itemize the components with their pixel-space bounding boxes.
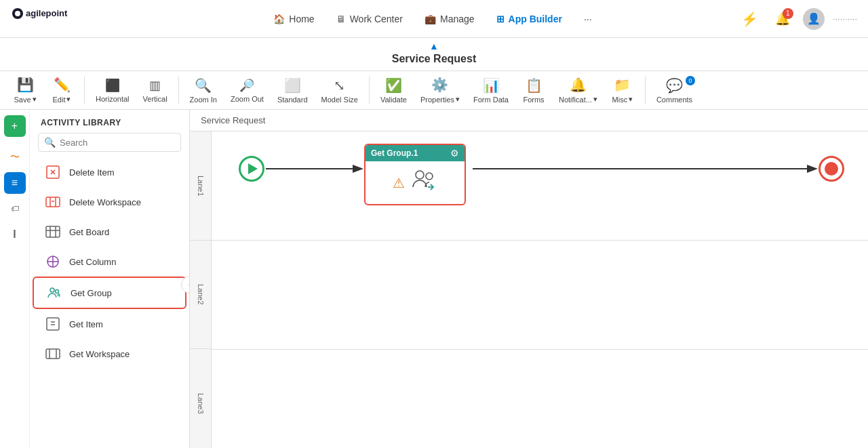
zoom-out-button[interactable]: 🔎 Zoom Out bbox=[225, 75, 269, 106]
avatar[interactable]: 👤 bbox=[803, 8, 825, 30]
svg-point-25 bbox=[416, 171, 424, 179]
vertical-icon: ▥ bbox=[149, 78, 161, 93]
svg-rect-6 bbox=[46, 197, 60, 207]
nav-more[interactable]: ··· bbox=[574, 8, 601, 30]
get-group-node[interactable]: Get Group.1 ⚙ ⚠ bbox=[364, 144, 466, 205]
zoom-in-icon: 🔍 bbox=[195, 77, 212, 94]
top-nav: agilepoint 🏠 Home 🖥 Work Center 💼 Manage… bbox=[0, 0, 868, 38]
lib-item-get-item-label: Get Item bbox=[69, 319, 103, 329]
activity-library-header: ACTIVITY LIBRARY bbox=[30, 110, 189, 133]
delete-workspace-icon bbox=[43, 192, 62, 211]
edit-icon: ✏️ bbox=[54, 77, 71, 93]
svg-text:agilepoint: agilepoint bbox=[26, 8, 68, 18]
edit-button[interactable]: ✏️ Edit ▾ bbox=[45, 74, 79, 106]
lib-item-delete-item[interactable]: Delete Item bbox=[33, 157, 186, 187]
get-column-icon bbox=[43, 252, 62, 271]
get-group-icon bbox=[45, 283, 64, 302]
nav-manage[interactable]: 💼 Manage bbox=[415, 8, 484, 30]
separator-3 bbox=[369, 77, 370, 104]
lane2 bbox=[212, 241, 868, 350]
sidebar-icon-tag[interactable]: 🏷 bbox=[4, 198, 26, 220]
standard-icon: ⬜ bbox=[284, 77, 301, 94]
title-bar: ▲ Service Request bbox=[0, 38, 868, 71]
form-data-icon: 📊 bbox=[483, 77, 500, 94]
horizontal-button[interactable]: ⬛ Horizontal bbox=[90, 75, 135, 106]
notifications-button[interactable]: 🔔 Notificat... ▾ bbox=[553, 74, 603, 106]
properties-icon: ⚙️ bbox=[431, 77, 448, 93]
misc-label: Misc ▾ bbox=[612, 95, 633, 104]
collapse-chevron[interactable]: ▲ bbox=[0, 41, 868, 52]
node-gear-icon[interactable]: ⚙ bbox=[450, 148, 459, 159]
lib-item-get-item[interactable]: Get Item bbox=[33, 309, 186, 339]
svg-rect-19 bbox=[47, 318, 59, 330]
main-layout: + 〜 ≡ 🏷 I ACTIVITY LIBRARY 🔍 bbox=[0, 110, 868, 448]
sidebar-icon-ibeam[interactable]: I bbox=[4, 224, 26, 245]
separator-1 bbox=[84, 77, 85, 104]
nav-items: 🏠 Home 🖥 Work Center 💼 Manage ⊞ App Buil… bbox=[127, 8, 738, 30]
nav-workcenter-label: Work Center bbox=[350, 14, 403, 24]
lib-item-get-workspace[interactable]: Get Workspace bbox=[33, 339, 186, 369]
warning-icon: ⚠ bbox=[393, 175, 405, 191]
nav-appbuilder[interactable]: ⊞ App Builder bbox=[487, 8, 572, 30]
lib-item-delete-item-label: Delete Item bbox=[69, 167, 114, 178]
lib-item-get-workspace-label: Get Workspace bbox=[69, 349, 130, 359]
lib-item-get-column-label: Get Column bbox=[69, 257, 116, 267]
flow-arrows bbox=[212, 131, 868, 240]
horizontal-label: Horizontal bbox=[96, 95, 130, 103]
save-button[interactable]: 💾 Save ▾ bbox=[8, 74, 42, 106]
get-board-icon bbox=[43, 222, 62, 241]
comments-icon: 💬 bbox=[666, 77, 683, 94]
nav-home[interactable]: 🏠 Home bbox=[264, 8, 323, 30]
forms-label: Forms bbox=[523, 96, 544, 104]
canvas-header: Service Request bbox=[190, 110, 868, 131]
properties-button[interactable]: ⚙️ Properties ▾ bbox=[415, 74, 465, 106]
nav-workcenter[interactable]: 🖥 Work Center bbox=[327, 8, 412, 30]
vertical-button[interactable]: ▥ Vertical bbox=[138, 75, 173, 106]
node-header: Get Group.1 ⚙ bbox=[366, 145, 465, 161]
node-title: Get Group.1 bbox=[371, 148, 418, 158]
start-event[interactable] bbox=[239, 156, 264, 182]
svg-rect-10 bbox=[46, 226, 60, 237]
misc-icon: 📁 bbox=[614, 77, 631, 93]
page-title: Service Request bbox=[0, 53, 868, 65]
end-event[interactable] bbox=[818, 156, 844, 182]
properties-label: Properties ▾ bbox=[420, 95, 460, 104]
notifications-label: Notificat... ▾ bbox=[559, 95, 597, 104]
zoom-in-label: Zoom In bbox=[190, 96, 217, 104]
svg-point-18 bbox=[56, 290, 59, 293]
canvas-title: Service Request bbox=[201, 115, 265, 125]
lib-item-delete-workspace[interactable]: Delete Workspace bbox=[33, 187, 186, 217]
search-input[interactable] bbox=[60, 138, 175, 148]
sidebar-icon-list[interactable]: ≡ bbox=[4, 172, 26, 194]
canvas-area: Service Request Lane1 Lane2 Lane3 bbox=[190, 110, 868, 448]
canvas-body: Lane1 Lane2 Lane3 bbox=[190, 131, 868, 448]
model-size-icon: ⤡ bbox=[334, 77, 345, 94]
misc-button[interactable]: 📁 Misc ▾ bbox=[606, 74, 639, 106]
lib-item-get-column[interactable]: Get Column bbox=[33, 247, 186, 277]
search-icon: 🔍 bbox=[44, 137, 56, 148]
node-user-group-icon bbox=[410, 168, 437, 197]
lib-item-get-board[interactable]: Get Board bbox=[33, 217, 186, 247]
bell-button[interactable]: 🔔 1 bbox=[770, 7, 795, 31]
forms-button[interactable]: 📋 Forms bbox=[517, 75, 551, 106]
nav-manage-label: Manage bbox=[440, 14, 475, 24]
sidebar-icon-wave[interactable]: 〜 bbox=[4, 146, 26, 168]
connect-button[interactable]: ⚡ bbox=[738, 7, 762, 31]
standard-button[interactable]: ⬜ Standard bbox=[272, 75, 313, 106]
comments-label: Comments bbox=[656, 96, 692, 104]
sidebar-layout: + 〜 ≡ 🏷 I ACTIVITY LIBRARY 🔍 bbox=[0, 110, 189, 448]
svg-point-17 bbox=[50, 288, 54, 292]
form-data-button[interactable]: 📊 Form Data bbox=[468, 75, 514, 106]
validate-button[interactable]: ✅ Validate bbox=[375, 75, 412, 106]
separator-4 bbox=[645, 77, 646, 104]
sidebar-add-button[interactable]: + bbox=[4, 115, 26, 137]
grid-icon: ⊞ bbox=[496, 14, 505, 24]
lib-item-get-group[interactable]: Get Group bbox=[33, 277, 186, 309]
lane1: Get Group.1 ⚙ ⚠ bbox=[212, 131, 868, 241]
lib-item-get-board-label: Get Board bbox=[69, 227, 109, 237]
lib-item-delete-workspace-label: Delete Workspace bbox=[69, 197, 141, 207]
zoom-in-button[interactable]: 🔍 Zoom In bbox=[184, 75, 222, 106]
vertical-label: Vertical bbox=[143, 95, 167, 103]
lane-labels: Lane1 Lane2 Lane3 bbox=[190, 131, 212, 448]
model-size-button[interactable]: ⤡ Model Size bbox=[316, 75, 363, 106]
